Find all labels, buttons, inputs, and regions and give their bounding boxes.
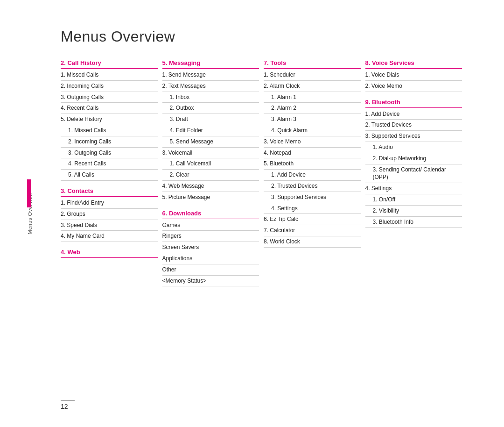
list-item: 1. On/Off (365, 194, 462, 206)
list-item: 8. World Clock (264, 236, 361, 248)
list-item: 3. Bluetooth Info (365, 217, 462, 228)
section-4-1: 8. Voice Services1. Voice Dials2. Voice … (365, 59, 462, 92)
list-item: 2. Incoming Calls (61, 81, 158, 92)
list-item: 3. Supported Services (264, 192, 361, 203)
section-2-1: 5. Messaging1. Send Message2. Text Messa… (162, 59, 259, 203)
list-item: 5. Bluetooth (264, 158, 361, 170)
list-item: 2. Alarm 2 (264, 103, 361, 114)
list-item: Applications (162, 253, 259, 264)
list-item: 5. Send Message (162, 136, 259, 148)
list-item: 4. Edit Folder (162, 125, 259, 136)
list-item: 7. Calculator (264, 225, 361, 236)
list-item: 3. Alarm 3 (264, 114, 361, 125)
list-item: 1. Audio (365, 142, 462, 153)
list-item: 3. Voicemail (162, 148, 259, 159)
section-heading-3-1: 7. Tools (264, 59, 361, 69)
list-item: 1. Inbox (162, 92, 259, 103)
list-item: 4. Recent Calls (61, 158, 158, 170)
list-item: 1. Add Device (365, 109, 462, 120)
section-1-1: 2. Call History1. Missed Calls2. Incomin… (61, 59, 158, 181)
list-item: 2. Voice Memo (365, 81, 462, 92)
column-1: 2. Call History1. Missed Calls2. Incomin… (61, 59, 162, 286)
list-item: 2. Alarm Clock (264, 81, 361, 92)
section-4-2: 9. Bluetooth1. Add Device2. Trusted Devi… (365, 99, 462, 228)
list-item: Games (162, 220, 259, 231)
page-number: 12 (61, 403, 68, 410)
list-item: Other (162, 264, 259, 276)
section-heading-1-3: 4. Web (61, 249, 158, 258)
page-number-line (61, 400, 75, 401)
list-item: 4. Notepad (264, 148, 361, 159)
page-title: Menus Overview (61, 28, 467, 45)
list-item: 4. My Name Card (61, 231, 158, 242)
section-heading-1-2: 3. Contacts (61, 187, 158, 197)
list-item: 1. Add Device (264, 170, 361, 181)
list-item: 4. Recent Calls (61, 103, 158, 114)
list-item: 2. Groups (61, 209, 158, 220)
list-item: 4. Settings (365, 183, 462, 194)
column-4: 8. Voice Services1. Voice Dials2. Voice … (365, 59, 467, 286)
list-item: 3. Outgoing Calls (61, 148, 158, 159)
section-1-3: 4. Web (61, 249, 158, 258)
column-3: 7. Tools1. Scheduler2. Alarm Clock1. Ala… (264, 59, 365, 286)
list-item: <Memory Status> (162, 276, 259, 287)
section-1-2: 3. Contacts1. Find/Add Entry2. Groups3. … (61, 187, 158, 242)
list-item: 2. Text Messages (162, 81, 259, 92)
list-item: 2. Incoming Calls (61, 136, 158, 148)
list-item: 2. Trusted Devices (264, 181, 361, 192)
list-item: 4. Web Message (162, 181, 259, 192)
list-item: 1. Find/Add Entry (61, 198, 158, 209)
list-item: 3. Outgoing Calls (61, 92, 158, 103)
section-heading-2-2: 6. Downloads (162, 210, 259, 219)
list-item: 3. Speed Dials (61, 220, 158, 231)
column-2: 5. Messaging1. Send Message2. Text Messa… (162, 59, 264, 286)
list-item: 2. Clear (162, 170, 259, 181)
list-item: 1. Scheduler (264, 70, 361, 81)
page: Menus Overview Menus Overview 2. Call Hi… (0, 0, 504, 427)
list-item: 4. Settings (264, 203, 361, 214)
list-item: 1. Missed Calls (61, 70, 158, 81)
list-item: 2. Visibility (365, 206, 462, 217)
list-item: 3. Supported Services (365, 131, 462, 142)
list-item: 5. Picture Message (162, 192, 259, 203)
list-item: 1. Send Message (162, 70, 259, 81)
list-item: 1. Voice Dials (365, 70, 462, 81)
section-heading-4-1: 8. Voice Services (365, 59, 462, 69)
sidebar-bar (27, 179, 31, 207)
section-heading-4-2: 9. Bluetooth (365, 99, 462, 108)
list-item: 1. Call Voicemail (162, 158, 259, 170)
list-item: 5. All Calls (61, 170, 158, 181)
section-2-2: 6. DownloadsGamesRingersScreen SaversApp… (162, 210, 259, 287)
list-item: 1. Missed Calls (61, 125, 158, 136)
section-heading-1-1: 2. Call History (61, 59, 158, 69)
list-item: 6. Ez Tip Calc (264, 214, 361, 225)
list-item: 2. Dial-up Networking (365, 153, 462, 164)
list-item: Screen Savers (162, 242, 259, 253)
list-item: 3. Sending Contact/ Calendar (OPP) (365, 164, 462, 184)
list-item: 2. Trusted Devices (365, 120, 462, 131)
section-3-1: 7. Tools1. Scheduler2. Alarm Clock1. Ala… (264, 59, 361, 248)
list-item: Ringers (162, 231, 259, 242)
section-heading-2-1: 5. Messaging (162, 59, 259, 69)
list-item: 3. Voice Memo (264, 136, 361, 148)
list-item: 2. Outbox (162, 103, 259, 114)
list-item: 3. Draft (162, 114, 259, 125)
list-item: 4. Quick Alarm (264, 125, 361, 136)
list-item: 5. Delete History (61, 114, 158, 125)
columns-wrapper: 2. Call History1. Missed Calls2. Incomin… (61, 59, 467, 286)
list-item: 1. Alarm 1 (264, 92, 361, 103)
